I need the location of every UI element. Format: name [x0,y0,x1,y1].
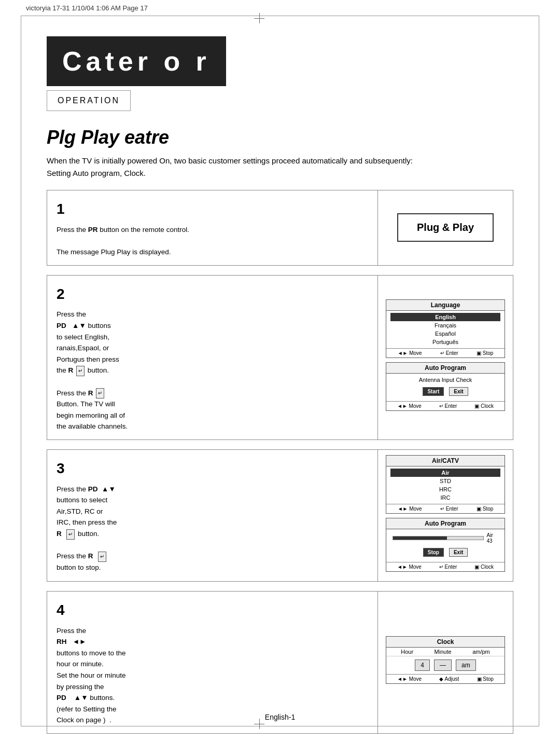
step-3-right: Air/CATV Air STD HRC IRC ◄► Move ↵ Enter… [378,450,513,581]
page-content: Cater o r OPERATION Plg Play eatre When … [31,26,529,742]
step-2: 2 Press the PD ▲▼ buttons to select Engl… [47,275,513,440]
auto-program-title-1: Auto Program [386,363,505,374]
clock-panel: Clock Hour Minute am/pm 4 — am ◄► Move ◆… [386,636,505,684]
footer-move: ◄► Move [398,350,422,356]
step-1-text: Press the PR button on the remote contro… [57,226,189,233]
clock-footer-adjust: ◆ Adjust [439,676,459,682]
lang-english: English [390,313,500,321]
footer-clock2: ▣ Clock [474,403,494,409]
step-3-left: 3 Press the PD ▲▼ buttons to select Air,… [47,450,378,581]
lang-francais: Français [390,321,500,329]
language-panel-footer: ◄► Move ↵ Enter ▣ Stop [386,348,505,358]
footer-text: English- [265,713,291,721]
stop-button[interactable]: Stop [423,548,444,557]
hour-label: Hour [401,649,413,655]
section-heading: Plg Play eatre [47,127,513,148]
meta-text: victoryia 17-31 1/10/04 1:06 AM Page 17 [26,4,148,12]
air-catv-body: Air STD HRC IRC [386,466,505,504]
step-4-right: Clock Hour Minute am/pm 4 — am ◄► Move ◆… [378,592,513,733]
air-catv-title: Air/CATV [386,456,505,466]
auto-program-footer-1: ◄► Move ↵ Enter ▣ Clock [386,401,505,410]
step-4-left: 4 Press the RH ◄► buttons to move to the… [47,592,378,733]
step-1-text2: The message Plug Play is displayed. [57,248,171,256]
step-4-number: 4 [57,599,368,622]
step-1-number: 1 [57,198,368,221]
footer-move3: ◄► Move [398,506,422,512]
auto-program-title-2: Auto Program [386,518,505,529]
antenna-check-label: Antenna Input Check [390,376,500,384]
exit-button-2[interactable]: Exit [449,548,468,557]
step-2-number: 2 [57,283,368,306]
clock-footer-move: ◄► Move [397,676,422,682]
step-3-number: 3 [57,457,368,480]
clock-panel-title: Clock [386,637,505,648]
air-catv-panel: Air/CATV Air STD HRC IRC ◄► Move ↵ Enter… [386,455,505,514]
ampm-label: am/pm [472,649,490,655]
hrc-option: HRC [390,485,500,493]
plug-play-display: Plug & Play [397,213,494,242]
start-button[interactable]: Start [423,387,444,396]
footer-enter2: ↵ Enter [439,403,457,409]
footer-move2: ◄► Move [397,403,422,409]
footer-enter3: ↵ Enter [440,506,458,512]
header-meta: victoryia 17-31 1/10/04 1:06 AM Page 17 [26,4,148,12]
step-2-left: 2 Press the PD ▲▼ buttons to select Engl… [47,276,378,439]
minute-label: Minute [435,649,452,655]
footer-enter: ↵ Enter [440,350,458,356]
footer-clock4: ▣ Clock [474,564,494,570]
step-1-right: Plug & Play [378,190,513,265]
step-3-text1: Press the PD ▲▼ buttons to select Air,ST… [57,485,117,538]
footer-page-num: 1 [291,713,295,721]
footer-enter4: ↵ Enter [439,564,457,570]
page-footer: English-1 [0,713,560,721]
clock-footer: ◄► Move ◆ Adjust ▣ Stop [386,674,505,683]
progress-fill [393,537,447,540]
hour-field: 4 [415,659,430,671]
auto-program-buttons-1: Start Exit [390,384,500,399]
step-1: 1 Press the PR button on the remote cont… [47,190,513,266]
step-3-text2: Press the R ↵ button to stop. [57,552,107,571]
footer-stop: ▣ Stop [477,350,493,356]
step-1-left: 1 Press the PR button on the remote cont… [47,190,378,265]
step-4-text: Press the RH ◄► buttons to move to the h… [57,627,126,724]
clock-footer-stop: ▣ Stop [477,676,494,682]
auto-program-body-2: Air 43 Stop Exit [386,529,505,562]
irc-option: IRC [390,493,500,502]
step-2-text2: Press the R ↵ Button. The TV will begin … [57,389,128,431]
minute-field: — [434,659,452,671]
step-2-text1: Press the PD ▲▼ buttons to select Englis… [57,310,119,374]
air-43-label: Air 43 [487,532,498,544]
step-4: 4 Press the RH ◄► buttons to move to the… [47,591,513,734]
page-title: Cater o r [62,46,211,77]
air-option: Air [390,469,500,477]
footer-move4: ◄► Move [397,564,422,570]
step-2-right: Language English Français Español Portug… [378,276,513,439]
footer-stop3: ▣ Stop [477,506,493,512]
std-option: STD [390,477,500,485]
title-section: Cater o r OPERATION [47,36,513,127]
auto-program-panel-1: Auto Program Antenna Input Check Start E… [386,362,505,411]
auto-program-buttons-2: Stop Exit [390,545,500,560]
language-panel: Language English Français Español Portug… [386,299,505,358]
auto-program-body-1: Antenna Input Check Start Exit [386,374,505,401]
air-catv-footer: ◄► Move ↵ Enter ▣ Stop [386,504,505,513]
auto-program-footer-2: ◄► Move ↵ Enter ▣ Clock [386,562,505,571]
exit-button-1[interactable]: Exit [449,387,468,396]
lang-portugues: Português [390,338,500,346]
title-box: Cater o r [47,36,226,86]
clock-header-row: Hour Minute am/pm [386,648,505,656]
clock-panel-body: 4 — am [386,656,505,674]
cross-top [254,13,264,23]
language-panel-title: Language [386,300,505,311]
step-3: 3 Press the PD ▲▼ buttons to select Air,… [47,449,513,582]
operation-label: OPERATION [58,96,120,105]
operation-box: OPERATION [47,90,131,111]
language-panel-body: English Français Español Português [386,311,505,348]
ampm-field: am [456,659,476,671]
progress-bar [393,536,484,540]
lang-espanol: Español [390,329,500,338]
auto-program-panel-2: Auto Program Air 43 Stop Exit ◄► Move [386,518,505,572]
intro-text: When the TV is initially powered On, two… [47,155,436,180]
